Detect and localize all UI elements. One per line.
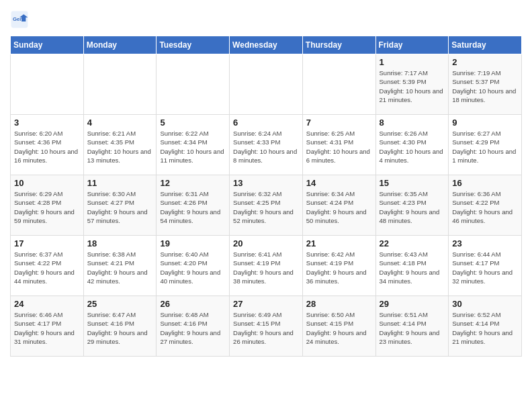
calendar-cell: 3Sunrise: 6:20 AM Sunset: 4:36 PM Daylig… [11, 115, 84, 175]
day-number: 1 [380, 57, 445, 67]
day-info: Sunrise: 6:49 AM Sunset: 4:15 PM Dayligh… [233, 310, 299, 346]
calendar-cell: 9Sunrise: 6:27 AM Sunset: 4:29 PM Daylig… [449, 115, 522, 175]
calendar-cell [157, 54, 230, 115]
calendar-cell: 12Sunrise: 6:31 AM Sunset: 4:26 PM Dayli… [157, 175, 230, 236]
calendar-cell: 28Sunrise: 6:50 AM Sunset: 4:15 PM Dayli… [302, 296, 375, 357]
calendar-cell: 26Sunrise: 6:48 AM Sunset: 4:16 PM Dayli… [157, 296, 230, 357]
col-header-monday: Monday [83, 36, 157, 54]
col-header-saturday: Saturday [449, 36, 522, 54]
day-number: 22 [380, 238, 445, 248]
day-number: 2 [452, 57, 518, 67]
calendar-cell: 11Sunrise: 6:30 AM Sunset: 4:27 PM Dayli… [83, 175, 157, 236]
day-number: 11 [87, 178, 153, 188]
day-number: 9 [452, 118, 518, 128]
day-number: 23 [452, 238, 518, 248]
day-info: Sunrise: 6:35 AM Sunset: 4:23 PM Dayligh… [380, 189, 445, 225]
day-number: 13 [233, 178, 299, 188]
day-number: 7 [306, 118, 372, 128]
day-info: Sunrise: 6:41 AM Sunset: 4:19 PM Dayligh… [233, 250, 299, 285]
day-number: 28 [306, 299, 372, 309]
calendar-cell: 23Sunrise: 6:44 AM Sunset: 4:17 PM Dayli… [449, 236, 522, 296]
day-info: Sunrise: 6:26 AM Sunset: 4:30 PM Dayligh… [380, 129, 445, 165]
day-number: 20 [233, 238, 299, 248]
calendar-cell: 19Sunrise: 6:40 AM Sunset: 4:20 PM Dayli… [157, 236, 230, 296]
calendar-cell: 14Sunrise: 6:34 AM Sunset: 4:24 PM Dayli… [302, 175, 375, 236]
calendar-cell: 25Sunrise: 6:47 AM Sunset: 4:16 PM Dayli… [83, 296, 157, 357]
page-header: Gen [10, 10, 522, 29]
day-info: Sunrise: 6:38 AM Sunset: 4:21 PM Dayligh… [87, 250, 153, 285]
day-number: 6 [233, 118, 299, 128]
day-number: 10 [14, 178, 80, 188]
day-info: Sunrise: 6:36 AM Sunset: 4:22 PM Dayligh… [452, 189, 518, 225]
day-info: Sunrise: 7:17 AM Sunset: 5:39 PM Dayligh… [380, 68, 445, 104]
day-info: Sunrise: 6:48 AM Sunset: 4:16 PM Dayligh… [160, 310, 226, 346]
calendar-cell: 5Sunrise: 6:22 AM Sunset: 4:34 PM Daylig… [157, 115, 230, 175]
day-number: 29 [380, 299, 445, 309]
day-number: 4 [87, 118, 153, 128]
day-info: Sunrise: 6:21 AM Sunset: 4:35 PM Dayligh… [87, 129, 153, 165]
day-info: Sunrise: 6:29 AM Sunset: 4:28 PM Dayligh… [14, 189, 80, 225]
calendar-cell: 2Sunrise: 7:19 AM Sunset: 5:37 PM Daylig… [449, 54, 522, 115]
day-number: 12 [160, 178, 226, 188]
calendar-cell: 4Sunrise: 6:21 AM Sunset: 4:35 PM Daylig… [83, 115, 157, 175]
day-number: 3 [14, 118, 80, 128]
day-info: Sunrise: 6:52 AM Sunset: 4:14 PM Dayligh… [452, 310, 518, 346]
col-header-thursday: Thursday [302, 36, 375, 54]
day-number: 15 [380, 178, 445, 188]
day-info: Sunrise: 6:40 AM Sunset: 4:20 PM Dayligh… [160, 250, 226, 285]
day-number: 25 [87, 299, 153, 309]
col-header-tuesday: Tuesday [157, 36, 230, 54]
day-number: 24 [14, 299, 80, 309]
calendar-cell: 1Sunrise: 7:17 AM Sunset: 5:39 PM Daylig… [375, 54, 449, 115]
day-number: 18 [87, 238, 153, 248]
calendar-cell: 6Sunrise: 6:24 AM Sunset: 4:33 PM Daylig… [230, 115, 303, 175]
day-number: 5 [160, 118, 226, 128]
calendar-cell: 17Sunrise: 6:37 AM Sunset: 4:22 PM Dayli… [11, 236, 84, 296]
calendar-cell: 7Sunrise: 6:25 AM Sunset: 4:31 PM Daylig… [302, 115, 375, 175]
day-info: Sunrise: 6:37 AM Sunset: 4:22 PM Dayligh… [14, 250, 80, 285]
calendar-cell: 16Sunrise: 6:36 AM Sunset: 4:22 PM Dayli… [449, 175, 522, 236]
calendar-cell: 18Sunrise: 6:38 AM Sunset: 4:21 PM Dayli… [83, 236, 157, 296]
day-info: Sunrise: 6:51 AM Sunset: 4:14 PM Dayligh… [380, 310, 445, 346]
day-number: 16 [452, 178, 518, 188]
calendar-cell [302, 54, 375, 115]
logo: Gen [10, 10, 32, 29]
day-info: Sunrise: 6:44 AM Sunset: 4:17 PM Dayligh… [452, 250, 518, 285]
day-info: Sunrise: 6:32 AM Sunset: 4:25 PM Dayligh… [233, 189, 299, 225]
day-info: Sunrise: 7:19 AM Sunset: 5:37 PM Dayligh… [452, 68, 518, 104]
calendar-cell: 20Sunrise: 6:41 AM Sunset: 4:19 PM Dayli… [230, 236, 303, 296]
day-info: Sunrise: 6:22 AM Sunset: 4:34 PM Dayligh… [160, 129, 226, 165]
logo-icon: Gen [10, 10, 29, 29]
day-number: 14 [306, 178, 372, 188]
day-info: Sunrise: 6:20 AM Sunset: 4:36 PM Dayligh… [14, 129, 80, 165]
day-info: Sunrise: 6:43 AM Sunset: 4:18 PM Dayligh… [380, 250, 445, 285]
day-info: Sunrise: 6:30 AM Sunset: 4:27 PM Dayligh… [87, 189, 153, 225]
day-info: Sunrise: 6:27 AM Sunset: 4:29 PM Dayligh… [452, 129, 518, 165]
day-info: Sunrise: 6:31 AM Sunset: 4:26 PM Dayligh… [160, 189, 226, 225]
day-number: 19 [160, 238, 226, 248]
calendar-cell: 30Sunrise: 6:52 AM Sunset: 4:14 PM Dayli… [449, 296, 522, 357]
day-info: Sunrise: 6:47 AM Sunset: 4:16 PM Dayligh… [87, 310, 153, 346]
calendar-cell: 10Sunrise: 6:29 AM Sunset: 4:28 PM Dayli… [11, 175, 84, 236]
day-info: Sunrise: 6:25 AM Sunset: 4:31 PM Dayligh… [306, 129, 372, 165]
calendar-cell: 22Sunrise: 6:43 AM Sunset: 4:18 PM Dayli… [375, 236, 449, 296]
calendar-cell: 27Sunrise: 6:49 AM Sunset: 4:15 PM Dayli… [230, 296, 303, 357]
calendar-cell: 15Sunrise: 6:35 AM Sunset: 4:23 PM Dayli… [375, 175, 449, 236]
day-number: 17 [14, 238, 80, 248]
col-header-friday: Friday [375, 36, 449, 54]
day-number: 30 [452, 299, 518, 309]
calendar-cell: 8Sunrise: 6:26 AM Sunset: 4:30 PM Daylig… [375, 115, 449, 175]
day-number: 8 [380, 118, 445, 128]
day-number: 21 [306, 238, 372, 248]
col-header-wednesday: Wednesday [230, 36, 303, 54]
calendar-cell [230, 54, 303, 115]
calendar-cell [83, 54, 157, 115]
calendar-cell: 29Sunrise: 6:51 AM Sunset: 4:14 PM Dayli… [375, 296, 449, 357]
calendar-cell: 13Sunrise: 6:32 AM Sunset: 4:25 PM Dayli… [230, 175, 303, 236]
day-number: 27 [233, 299, 299, 309]
col-header-sunday: Sunday [11, 36, 84, 54]
day-info: Sunrise: 6:50 AM Sunset: 4:15 PM Dayligh… [306, 310, 372, 346]
day-info: Sunrise: 6:24 AM Sunset: 4:33 PM Dayligh… [233, 129, 299, 165]
day-info: Sunrise: 6:46 AM Sunset: 4:17 PM Dayligh… [14, 310, 80, 346]
day-number: 26 [160, 299, 226, 309]
